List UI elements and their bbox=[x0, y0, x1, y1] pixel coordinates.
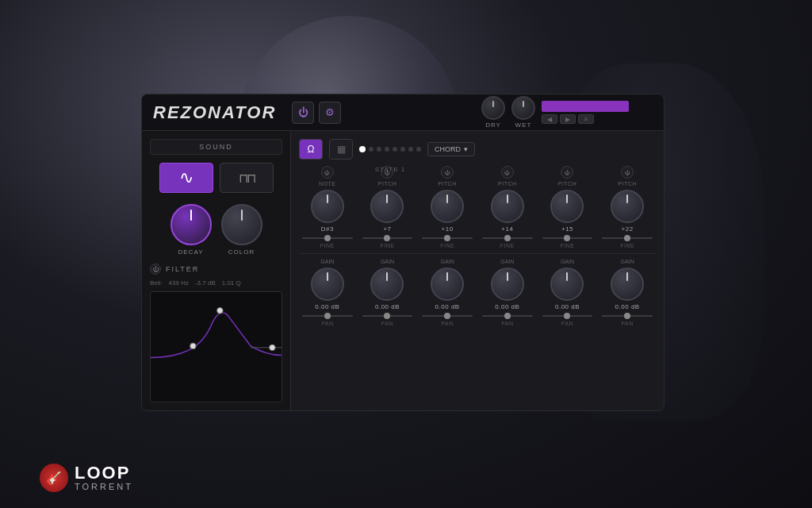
filter-power-button[interactable]: ⏻ bbox=[150, 264, 161, 275]
pitch-2-value: +7 bbox=[383, 225, 391, 233]
fine-1-slider[interactable] bbox=[302, 237, 353, 239]
fine-1-thumb[interactable] bbox=[324, 235, 331, 241]
filter-header: ⏻ FILTER bbox=[150, 264, 282, 275]
pan-2-slider[interactable] bbox=[362, 315, 413, 317]
fine-2-thumb[interactable] bbox=[384, 235, 390, 241]
state-dot-5[interactable] bbox=[393, 147, 397, 152]
preset-bar bbox=[542, 101, 629, 112]
filter-label: FILTER bbox=[166, 265, 199, 273]
dry-label: DRY bbox=[485, 121, 501, 129]
state-dot-1[interactable] bbox=[359, 146, 366, 152]
gain-3-knob[interactable] bbox=[431, 267, 464, 301]
svg-point-3 bbox=[269, 344, 275, 351]
pan-5-thumb[interactable] bbox=[564, 313, 570, 319]
voice-6-power-btn[interactable]: ⏻ bbox=[621, 166, 634, 179]
pan-6-thumb[interactable] bbox=[624, 313, 630, 319]
pitch6-knob-col: +22 bbox=[599, 190, 656, 233]
chord-button[interactable]: CHORD ▾ bbox=[427, 142, 475, 156]
filter-bell: Bell: bbox=[150, 279, 163, 287]
gain-5-knob[interactable] bbox=[550, 267, 584, 301]
voice-2-type: PITCH bbox=[378, 181, 397, 187]
fine-3-slider[interactable] bbox=[422, 237, 473, 239]
gain-6-label: GAIN bbox=[621, 259, 634, 264]
color-knob[interactable] bbox=[221, 204, 262, 245]
wet-knob[interactable] bbox=[511, 96, 535, 120]
voice-4-power-btn[interactable]: ⏻ bbox=[501, 166, 514, 179]
pan-5-slider[interactable] bbox=[542, 315, 593, 317]
pitch-5-knob[interactable] bbox=[550, 190, 584, 223]
right-panel: Ω ▦ bbox=[291, 131, 664, 410]
chord-label: CHORD bbox=[435, 145, 461, 153]
voice-5-power-btn[interactable]: ⏻ bbox=[561, 166, 573, 179]
gain-6-col: 0.00 dB bbox=[599, 267, 656, 310]
state-dot-3[interactable] bbox=[377, 147, 381, 152]
dry-knob[interactable] bbox=[481, 96, 505, 120]
piano-button[interactable]: ▦ bbox=[329, 139, 353, 160]
fine-2-slider[interactable] bbox=[362, 237, 413, 239]
fine-5-thumb[interactable] bbox=[564, 235, 570, 241]
pan-2-thumb[interactable] bbox=[384, 313, 390, 319]
fine-6-thumb[interactable] bbox=[624, 235, 630, 241]
pitch-4-knob[interactable] bbox=[491, 190, 524, 223]
filter-q: 1.01 Q bbox=[222, 279, 241, 287]
state-dot-7[interactable] bbox=[408, 147, 413, 152]
state-dot-2[interactable] bbox=[369, 147, 373, 152]
pan-6-slider[interactable] bbox=[602, 315, 653, 317]
gain-1-knob[interactable] bbox=[311, 267, 344, 301]
pitch-2-knob[interactable] bbox=[370, 190, 404, 223]
pitch-6-knob[interactable] bbox=[611, 190, 644, 223]
gain-6-knob[interactable] bbox=[611, 267, 644, 301]
fine-4-container bbox=[479, 236, 536, 241]
pan-3-slider[interactable] bbox=[422, 315, 473, 317]
fine-5-container bbox=[539, 236, 596, 241]
preset-prev-button[interactable]: ◀ bbox=[542, 114, 557, 124]
voice-3-type: PITCH bbox=[438, 181, 457, 187]
pan-1-thumb[interactable] bbox=[324, 313, 331, 319]
pan-1-slider[interactable] bbox=[302, 315, 353, 317]
wave-buttons: ∿ ⊓⊓ bbox=[150, 163, 282, 193]
voice-1-type: NOTE bbox=[319, 181, 335, 187]
voice-5-type: PITCH bbox=[558, 181, 577, 187]
pan-4-col: PAN bbox=[479, 314, 536, 326]
fine-4-label: FINE bbox=[500, 243, 515, 248]
wave-btn-2[interactable]: ⊓⊓ bbox=[220, 163, 274, 193]
state-dot-8[interactable] bbox=[416, 147, 421, 152]
pitch5-knob-col: +15 bbox=[539, 190, 596, 233]
guitar-emoji: 🎸 bbox=[46, 471, 62, 486]
pitch-3-value: +10 bbox=[442, 225, 454, 233]
gain-2-knob[interactable] bbox=[370, 267, 404, 301]
plugin-body: SOUND ∿ ⊓⊓ DECAY COLOR bbox=[142, 131, 664, 410]
fine-3-thumb[interactable] bbox=[444, 235, 450, 241]
pan-6-container bbox=[599, 314, 656, 318]
pan-5-container bbox=[539, 314, 596, 318]
fine-5-slider[interactable] bbox=[542, 237, 593, 239]
chord-arrow-icon: ▾ bbox=[464, 145, 468, 153]
preset-next-button[interactable]: ▶ bbox=[560, 114, 576, 124]
fine-6-slider[interactable] bbox=[602, 237, 653, 239]
state-dot-6[interactable] bbox=[400, 147, 405, 152]
fine-1-container bbox=[299, 236, 356, 241]
pitch-3-knob[interactable] bbox=[431, 190, 464, 223]
fine-4-slider[interactable] bbox=[482, 237, 533, 239]
filter-display[interactable] bbox=[150, 291, 282, 402]
voice-3-power-btn[interactable]: ⏻ bbox=[441, 166, 454, 179]
gain-3-col: 0.00 dB bbox=[419, 267, 476, 310]
gain-4-knob[interactable] bbox=[491, 267, 524, 301]
wave-btn-1[interactable]: ∿ bbox=[159, 163, 213, 193]
voice-1-power-btn[interactable]: ⏻ bbox=[321, 166, 334, 179]
voice-col-4-power: ⏻ PITCH bbox=[479, 166, 536, 187]
pan-4-thumb[interactable] bbox=[504, 313, 511, 319]
decay-label: DECAY bbox=[178, 248, 204, 256]
power-buttons-row: ⏻ NOTE ⏻ PITCH ⏻ PITCH ⏻ PITCH bbox=[299, 166, 656, 187]
sound-label: SOUND bbox=[150, 139, 282, 155]
power-button[interactable]: ⏻ bbox=[292, 102, 314, 124]
decay-knob[interactable] bbox=[170, 204, 212, 245]
state-dot-4[interactable] bbox=[385, 147, 389, 152]
preset-menu-button[interactable]: ≡ bbox=[578, 114, 594, 124]
note-knob[interactable] bbox=[311, 190, 344, 223]
settings-button[interactable]: ⚙ bbox=[319, 102, 341, 124]
pan-4-slider[interactable] bbox=[482, 315, 533, 317]
fine-4-thumb[interactable] bbox=[504, 235, 511, 241]
pan-3-thumb[interactable] bbox=[444, 313, 450, 319]
omega-button[interactable]: Ω bbox=[299, 139, 323, 160]
